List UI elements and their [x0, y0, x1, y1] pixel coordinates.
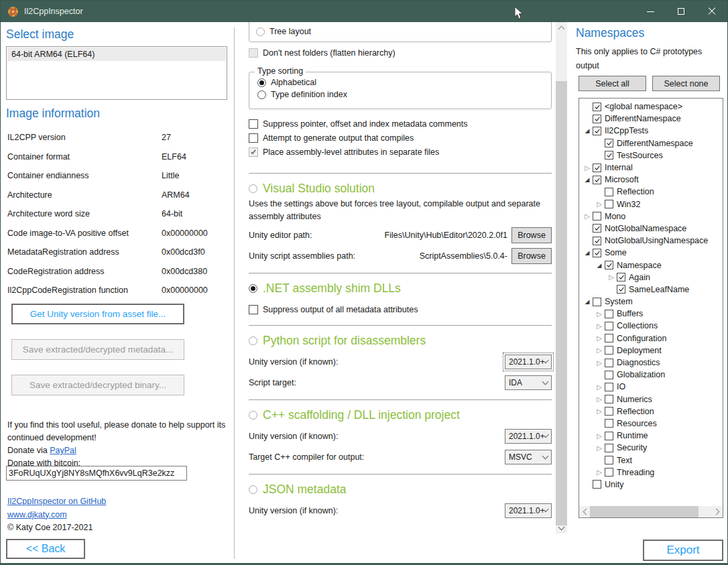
namespace-checkbox[interactable]	[605, 188, 613, 196]
minimize-button[interactable]	[635, 1, 666, 22]
namespace-checkbox[interactable]	[593, 298, 601, 306]
back-button[interactable]: << Back	[6, 539, 85, 559]
namespace-checkbox[interactable]	[593, 224, 601, 233]
scrollbar-thumb[interactable]	[556, 81, 567, 525]
namespace-checkbox[interactable]	[605, 261, 613, 269]
namespace-checkbox[interactable]	[605, 322, 613, 330]
cpp-scaffolding-combo-0[interactable]: 2021.1.0+	[505, 429, 552, 444]
namespace-checkbox[interactable]	[617, 285, 625, 294]
namespace-checkbox[interactable]	[605, 407, 613, 416]
section-radio-net-shim[interactable]	[249, 284, 257, 293]
namespace-checkbox[interactable]	[605, 139, 613, 147]
tree-item[interactable]: Resources	[579, 418, 723, 430]
tree-item[interactable]: NotGlobalUsingNamespace	[579, 235, 723, 247]
maximize-button[interactable]	[666, 1, 696, 22]
namespace-checkbox[interactable]	[605, 310, 613, 318]
image-list-item[interactable]: 64-bit ARM64 (ELF64)	[7, 48, 226, 61]
tree-item[interactable]: TestSources	[579, 149, 723, 162]
tree-item[interactable]: ▷Threading	[579, 466, 723, 479]
save-metadata-button[interactable]: Save extracted/decrypted metadata...	[11, 339, 184, 360]
namespace-checkbox[interactable]	[605, 151, 613, 160]
cpp-scaffolding-combo-1[interactable]: MSVC	[505, 450, 552, 464]
tree-item[interactable]: ▷Runtime	[579, 430, 723, 442]
tree-item[interactable]: ▷Deployment	[579, 344, 723, 357]
alphabetical-radio[interactable]	[257, 78, 266, 87]
expander-collapsed-icon[interactable]: ▷	[594, 444, 605, 452]
namespace-checkbox[interactable]	[593, 176, 601, 184]
options-scrollbar[interactable]	[556, 22, 567, 533]
expander-collapsed-icon[interactable]: ▷	[594, 407, 605, 415]
namespace-checkbox[interactable]	[617, 273, 625, 281]
select-none-button[interactable]: Select none	[652, 76, 720, 91]
namespace-checkbox[interactable]	[593, 115, 601, 123]
tree-item[interactable]: ▷Numerics	[579, 393, 723, 405]
tree-item[interactable]: SameLeafName	[579, 284, 723, 296]
browse-button[interactable]: Browse	[511, 248, 552, 264]
close-button[interactable]	[696, 1, 727, 22]
tree-item[interactable]: ◢System	[579, 296, 723, 308]
namespace-checkbox[interactable]	[605, 383, 613, 391]
namespace-checkbox[interactable]	[605, 359, 613, 367]
tree-layout-radio[interactable]	[256, 27, 265, 36]
namespace-checkbox[interactable]	[593, 103, 601, 111]
expander-collapsed-icon[interactable]: ▷	[594, 395, 605, 403]
expander-expanded-icon[interactable]: ◢	[582, 298, 593, 305]
expander-collapsed-icon[interactable]: ▷	[594, 347, 605, 354]
dont-nest-checkbox[interactable]	[249, 48, 258, 58]
namespace-checkbox[interactable]	[593, 127, 601, 135]
expander-collapsed-icon[interactable]: ▷	[594, 359, 605, 367]
tree-item[interactable]: ▷Mono	[579, 210, 723, 223]
namespace-checkbox[interactable]	[593, 480, 601, 489]
tree-item[interactable]: ▷Reflection	[579, 405, 723, 418]
tree-item[interactable]: Reflection	[579, 186, 723, 198]
expander-collapsed-icon[interactable]: ▷	[594, 200, 605, 208]
expander-collapsed-icon[interactable]: ▷	[594, 334, 605, 342]
tree-item[interactable]: ▷Again	[579, 271, 723, 284]
json-metadata-combo-0[interactable]: 2021.1.0+	[505, 503, 552, 518]
expander-collapsed-icon[interactable]: ▷	[582, 212, 593, 220]
expander-expanded-icon[interactable]: ◢	[582, 249, 593, 256]
scroll-down-icon[interactable]	[556, 522, 567, 533]
tree-horizontal-scrollbar[interactable]	[579, 506, 723, 517]
namespace-checkbox[interactable]	[605, 444, 613, 452]
export-button[interactable]: Export	[643, 540, 723, 561]
namespace-checkbox[interactable]	[605, 419, 613, 428]
net-shim-checkbox[interactable]	[249, 305, 258, 314]
namespace-checkbox[interactable]	[605, 456, 613, 464]
namespace-checkbox[interactable]	[593, 212, 601, 221]
tree-item[interactable]: ◢Some	[579, 247, 723, 259]
tree-item[interactable]: DifferentNamespace	[579, 137, 723, 149]
tree-item[interactable]: ▷Diagnostics	[579, 357, 723, 369]
namespace-checkbox[interactable]	[593, 237, 601, 245]
option-checkbox-1[interactable]	[249, 133, 258, 143]
browse-button[interactable]: Browse	[511, 227, 552, 243]
namespace-checkbox[interactable]	[605, 432, 613, 440]
tree-item[interactable]: DifferentNamespace	[579, 113, 723, 125]
expander-expanded-icon[interactable]: ◢	[594, 262, 605, 269]
expander-expanded-icon[interactable]: ◢	[582, 176, 593, 183]
option-checkbox-0[interactable]	[249, 119, 258, 129]
paypal-link[interactable]: PayPal	[50, 446, 76, 455]
scroll-left-icon[interactable]	[579, 506, 591, 517]
namespace-checkbox[interactable]	[605, 346, 613, 355]
namespace-checkbox[interactable]	[605, 395, 613, 403]
section-radio-cpp-scaffolding[interactable]	[249, 411, 257, 420]
namespace-checkbox[interactable]	[605, 468, 613, 477]
scroll-right-icon[interactable]	[711, 506, 723, 517]
expander-collapsed-icon[interactable]: ▷	[594, 322, 605, 330]
bitcoin-address-input[interactable]	[6, 466, 187, 481]
get-unity-version-button[interactable]: Get Unity version from asset file...	[11, 304, 184, 324]
select-all-button[interactable]: Select all	[579, 76, 646, 91]
expander-collapsed-icon[interactable]: ▷	[606, 273, 617, 281]
section-radio-visual-studio[interactable]	[249, 184, 257, 193]
expander-collapsed-icon[interactable]: ▷	[594, 432, 605, 440]
tree-item[interactable]: Globalization	[579, 369, 723, 381]
image-listbox[interactable]: 64-bit ARM64 (ELF64)	[6, 46, 227, 100]
tree-item[interactable]: ▷Buffers	[579, 308, 723, 320]
option-checkbox-2[interactable]	[249, 147, 258, 157]
save-binary-button[interactable]: Save extracted/decrypted binary...	[11, 375, 184, 395]
tree-item[interactable]: ▷Security	[579, 442, 723, 454]
title-bar[interactable]: Il2CppInspector	[1, 1, 727, 22]
tree-scrollbar-thumb[interactable]	[590, 506, 699, 517]
tree-item[interactable]: ◢Namespace	[579, 259, 723, 271]
